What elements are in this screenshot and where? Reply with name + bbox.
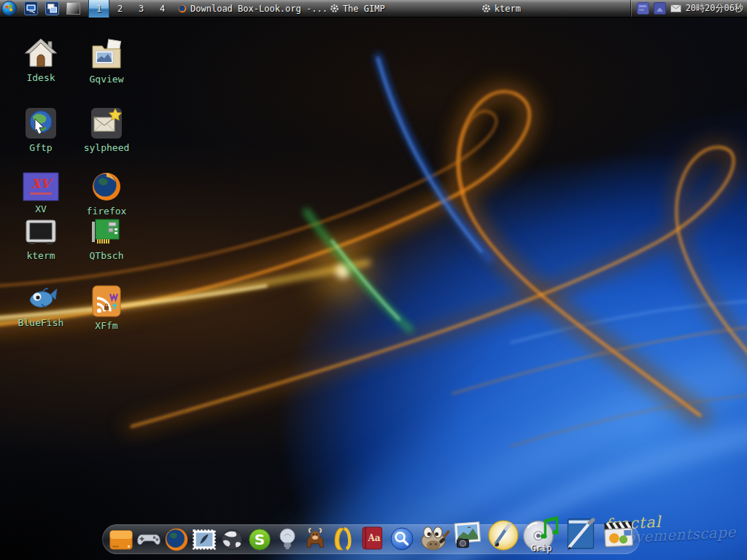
firefox-icon xyxy=(163,526,190,553)
dock: S xyxy=(107,514,637,553)
icon-label: sylpheed xyxy=(84,142,130,153)
dock-item-gimp[interactable] xyxy=(417,520,450,553)
dock-item-external-drive[interactable] xyxy=(107,526,135,553)
dictionary-aa-glyph: Aa xyxy=(367,533,380,543)
dock-item-text-editor[interactable] xyxy=(561,514,600,553)
xv-logo-text: XV xyxy=(31,176,53,191)
icon-label: firefox xyxy=(87,206,127,217)
crt-monitor-icon xyxy=(24,217,58,248)
dock-item-firefox[interactable] xyxy=(163,526,190,553)
skype-s-glyph: S xyxy=(255,531,265,548)
workspace-3-label: 3 xyxy=(139,4,144,14)
house-icon xyxy=(24,36,58,70)
dock-item-search[interactable] xyxy=(387,524,417,553)
workspace-1-label: 1 xyxy=(96,4,101,14)
display-settings-icon[interactable] xyxy=(24,1,38,15)
desktop-icon-gqview[interactable]: Gqview xyxy=(74,38,139,85)
firefox-icon xyxy=(90,170,123,203)
external-drive-icon xyxy=(107,526,135,553)
tray-app-2-icon[interactable] xyxy=(654,2,666,15)
desktop-icon-xffm[interactable]: XFfm xyxy=(74,284,139,332)
window-switcher-icon[interactable] xyxy=(45,1,59,15)
search-icon xyxy=(387,524,417,553)
dock-item-grip[interactable]: Grip xyxy=(522,514,561,553)
icon-label: BlueFish xyxy=(18,317,64,328)
earth-globe-icon xyxy=(218,526,246,553)
paintbrush-icon xyxy=(485,517,522,553)
window-title: kterm xyxy=(495,4,521,14)
gimp-wilber-icon xyxy=(417,520,450,553)
dictionary-icon: Aa xyxy=(358,524,387,553)
firefox-icon xyxy=(178,4,187,14)
workspace-4[interactable]: 4 xyxy=(152,0,173,18)
workspace-3[interactable]: 3 xyxy=(131,0,152,18)
rss-orange-icon xyxy=(90,284,123,318)
desktop-icon-idesk[interactable]: Idesk xyxy=(8,36,74,84)
photo-folder-icon xyxy=(90,38,123,71)
taskbar-windows: Download Box-Look.org -... The GIMP kter… xyxy=(176,0,631,17)
xv-logo-icon: XV xyxy=(23,172,59,201)
app-gear-icon xyxy=(481,4,491,13)
desktop-icon-xv[interactable]: XV XV xyxy=(8,172,74,215)
desktop-screen: fractal movementscape xyxy=(0,0,747,560)
app-gear-icon xyxy=(330,4,339,13)
start-menu-button[interactable] xyxy=(1,1,17,16)
desktop-icon-kterm[interactable]: kterm xyxy=(8,217,74,262)
desktop-icon-qtbsch[interactable]: QTbsch xyxy=(74,216,139,262)
taskbar-window-gimp[interactable]: The GIMP xyxy=(328,0,479,17)
workspace-4-label: 4 xyxy=(160,4,165,14)
mail-stamp-icon xyxy=(190,526,218,553)
grip-label: Grip xyxy=(531,543,552,553)
taskbar-window-kterm[interactable]: kterm xyxy=(479,0,631,17)
window-title: The GIMP xyxy=(343,4,385,14)
blue-fish-icon xyxy=(24,281,58,315)
dock-item-gamepad[interactable] xyxy=(135,526,163,553)
gamepad-icon xyxy=(135,526,163,553)
globe-cursor-icon xyxy=(24,106,58,140)
office-icon xyxy=(329,524,358,553)
icon-label: kterm xyxy=(26,250,55,261)
workspace-2[interactable]: 2 xyxy=(109,0,131,18)
icon-label: XV xyxy=(35,203,47,214)
icon-label: Gqview xyxy=(90,74,124,85)
quick-launch xyxy=(24,1,80,15)
icon-label: QTbsch xyxy=(90,250,124,261)
dock-item-skype[interactable]: S xyxy=(246,526,274,553)
ox-icon xyxy=(301,526,329,553)
icon-label: Gftp xyxy=(29,142,52,153)
workspace-1[interactable]: 1 xyxy=(88,0,109,18)
window-title: Download Box-Look.org -... xyxy=(190,4,328,14)
workspace-2-label: 2 xyxy=(117,4,123,14)
icon-label: XFfm xyxy=(95,320,117,331)
dock-item-office[interactable] xyxy=(329,524,358,553)
photo-viewer-icon xyxy=(450,518,485,553)
mail-check-icon[interactable] xyxy=(670,4,681,12)
taskbar: 1 2 3 4 Download Box-Look.org -... The G… xyxy=(0,0,747,18)
system-tray: 20時20分06秒 xyxy=(631,0,747,17)
skype-icon: S xyxy=(246,526,274,553)
desktop-icon-bluefish[interactable]: BlueFish xyxy=(8,281,74,329)
icon-label: Idesk xyxy=(26,72,55,83)
video-editor-icon xyxy=(600,517,637,553)
envelope-star-icon xyxy=(90,106,123,140)
tray-app-1-icon[interactable] xyxy=(637,2,649,15)
desktop-icon-sylpheed[interactable]: sylpheed xyxy=(74,106,139,154)
dock-item-dictionary[interactable]: Aa xyxy=(358,524,387,553)
clock: 20時20分06秒 xyxy=(686,2,743,15)
dock-item-ox[interactable] xyxy=(301,526,329,553)
screen-gradient-icon[interactable] xyxy=(66,1,80,15)
desktop-icon-firefox[interactable]: firefox xyxy=(74,170,139,217)
dock-item-video-editor[interactable] xyxy=(600,517,637,553)
dock-item-paintbrush[interactable] xyxy=(485,517,522,553)
dock-item-lightbulb[interactable] xyxy=(274,526,301,553)
taskbar-window-firefox[interactable]: Download Box-Look.org -... xyxy=(176,0,328,17)
circuit-board-icon xyxy=(90,216,123,248)
dock-item-photo-viewer[interactable] xyxy=(450,518,485,553)
desktop-icon-gftp[interactable]: Gftp xyxy=(8,106,74,154)
lightbulb-icon xyxy=(274,526,301,553)
dock-item-web-globe[interactable] xyxy=(218,526,246,553)
workspace-switcher: 1 2 3 4 xyxy=(88,0,173,18)
dock-item-mail-stamp[interactable] xyxy=(190,526,218,553)
text-editor-icon xyxy=(561,514,600,553)
